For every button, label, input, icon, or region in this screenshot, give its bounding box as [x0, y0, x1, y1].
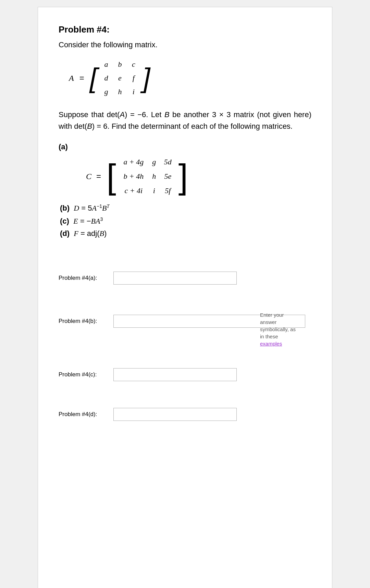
- cell-c-00: a + 4g: [123, 158, 144, 166]
- part-c-section: (c) E = −BA3: [59, 216, 311, 226]
- part-b-section: (b) D = 5A−1BT: [59, 203, 311, 213]
- problem-page: Problem #4: Consider the following matri…: [38, 7, 332, 588]
- hint-examples-link[interactable]: examples: [260, 341, 282, 347]
- matrix-a-label: A: [69, 74, 74, 83]
- cell-a-21: h: [118, 87, 122, 96]
- cell-c-01: g: [152, 158, 156, 166]
- answer-row-c: Problem #4(c):: [59, 368, 311, 381]
- answer-row-a: Problem #4(a):: [59, 272, 311, 285]
- matrix-c-eq: =: [96, 172, 101, 181]
- hint-line4: in these: [260, 334, 278, 339]
- cell-a-02: c: [132, 60, 135, 69]
- part-b-line: (b) D = 5A−1BT: [60, 203, 311, 213]
- cell-c-11: h: [152, 172, 156, 181]
- answer-label-d: Problem #4(d):: [59, 411, 113, 418]
- cell-c-20: c + 4i: [124, 186, 143, 195]
- part-a-matrix-row: C = [ a + 4g g 5d b + 4h h 5e c + 4i i 5…: [59, 155, 311, 198]
- matrix-c-grid: a + 4g g 5d b + 4h h 5e c + 4i i 5f: [118, 155, 176, 198]
- description-text: Suppose that det(A) = −6. Let B be anoth…: [59, 109, 311, 132]
- bracket-right-c: ]: [178, 161, 188, 192]
- answer-input-a[interactable]: [113, 272, 237, 285]
- part-d-line: (d) F = adj(B): [60, 229, 311, 238]
- matrix-a-grid: a b c d e f g h i: [99, 58, 140, 99]
- hint-line1: Enter your: [260, 312, 284, 318]
- cell-c-12: 5e: [164, 172, 171, 181]
- cell-c-02: 5d: [164, 158, 172, 166]
- answer-label-a: Problem #4(a):: [59, 275, 113, 282]
- bracket-left-c: [: [107, 161, 116, 192]
- answer-input-d[interactable]: [113, 408, 237, 421]
- cell-a-20: g: [104, 87, 108, 96]
- cell-a-00: a: [104, 60, 108, 69]
- answer-row-d: Problem #4(d):: [59, 408, 311, 421]
- cell-c-21: i: [153, 186, 155, 195]
- hint-box: Enter your answer symbolically, as in th…: [260, 311, 315, 347]
- matrix-a-container: A = [ a b c d e f g h i ]: [69, 58, 311, 99]
- matrix-a-bracket: [ a b c d e f g h i ]: [90, 58, 150, 99]
- answer-label-c: Problem #4(c):: [59, 371, 113, 378]
- matrix-c-label: C: [86, 172, 91, 181]
- bracket-left-a: [: [90, 64, 97, 92]
- intro-text: Consider the following matrix.: [59, 40, 311, 49]
- part-a-section: (a) C = [ a + 4g g 5d b + 4h h 5e c + 4i…: [59, 142, 311, 198]
- cell-c-10: b + 4h: [123, 172, 144, 181]
- answer-input-c[interactable]: [113, 368, 237, 381]
- cell-a-10: d: [104, 74, 108, 83]
- part-c-line: (c) E = −BA3: [60, 216, 311, 226]
- cell-a-11: e: [118, 74, 122, 83]
- problem-title: Problem #4:: [59, 24, 311, 35]
- hint-line2: answer: [260, 319, 276, 325]
- bracket-right-a: ]: [143, 64, 150, 92]
- cell-a-22: i: [133, 87, 135, 96]
- answer-row-b: Problem #4(b): Enter your answer symboli…: [59, 315, 311, 328]
- answer-label-b: Problem #4(b):: [59, 318, 113, 325]
- cell-c-22: 5f: [165, 186, 171, 195]
- part-d-section: (d) F = adj(B): [59, 229, 311, 238]
- parts-section: (a) C = [ a + 4g g 5d b + 4h h 5e c + 4i…: [59, 142, 311, 238]
- cell-a-12: f: [133, 74, 135, 83]
- part-a-label: (a): [59, 142, 68, 151]
- matrix-c-bracket: [ a + 4g g 5d b + 4h h 5e c + 4i i 5f ]: [107, 155, 188, 198]
- hint-line3: symbolically, as: [260, 326, 296, 332]
- matrix-a-eq: =: [79, 73, 84, 83]
- cell-a-01: b: [118, 60, 122, 69]
